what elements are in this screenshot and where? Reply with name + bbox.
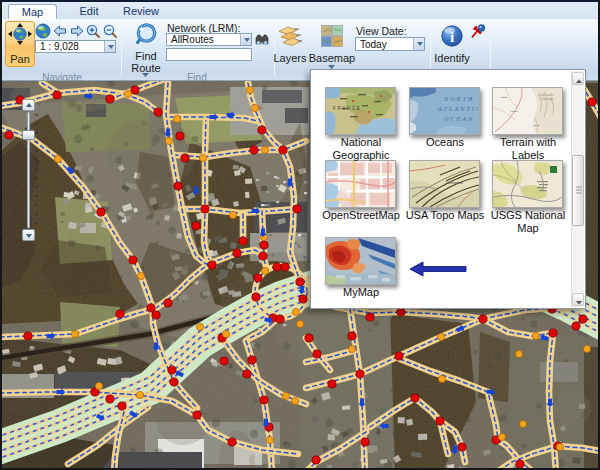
svg-text:FRANCE: FRANCE xyxy=(333,106,362,111)
svg-text:i: i xyxy=(450,29,454,45)
svg-text:Springs: Springs xyxy=(541,97,553,101)
svg-text:NORTH: NORTH xyxy=(443,95,474,102)
svg-text:OCEAN: OCEAN xyxy=(444,115,474,122)
svg-text:Lovingston: Lovingston xyxy=(446,181,463,185)
svg-text:ATLANTIC: ATLANTIC xyxy=(437,105,479,112)
